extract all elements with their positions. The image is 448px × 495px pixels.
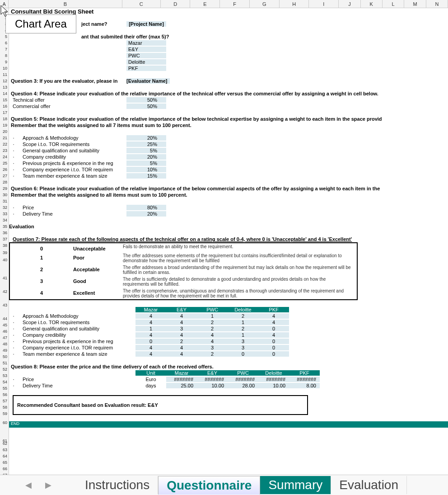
cursor-icon: [0, 5, 9, 8]
col-header-I[interactable]: I: [309, 0, 339, 8]
column-headers: ABCDEFGHIJKLMN: [0, 0, 448, 8]
col-header-J[interactable]: J: [339, 0, 360, 8]
col-header-F[interactable]: F: [220, 0, 250, 8]
col-header-D[interactable]: D: [161, 0, 191, 8]
col-header-E[interactable]: E: [190, 0, 220, 8]
col-header-K[interactable]: K: [361, 0, 383, 8]
col-header-N[interactable]: N: [426, 0, 448, 8]
col-header-G[interactable]: G: [250, 0, 280, 8]
col-header-B[interactable]: B: [9, 0, 122, 8]
col-header-M[interactable]: M: [404, 0, 426, 8]
col-header-H[interactable]: H: [280, 0, 309, 8]
sheet-title: Consultant Bid Scoring Sheet: [9, 8, 93, 9]
col-header-C[interactable]: C: [122, 0, 161, 8]
col-header-L[interactable]: L: [383, 0, 404, 8]
